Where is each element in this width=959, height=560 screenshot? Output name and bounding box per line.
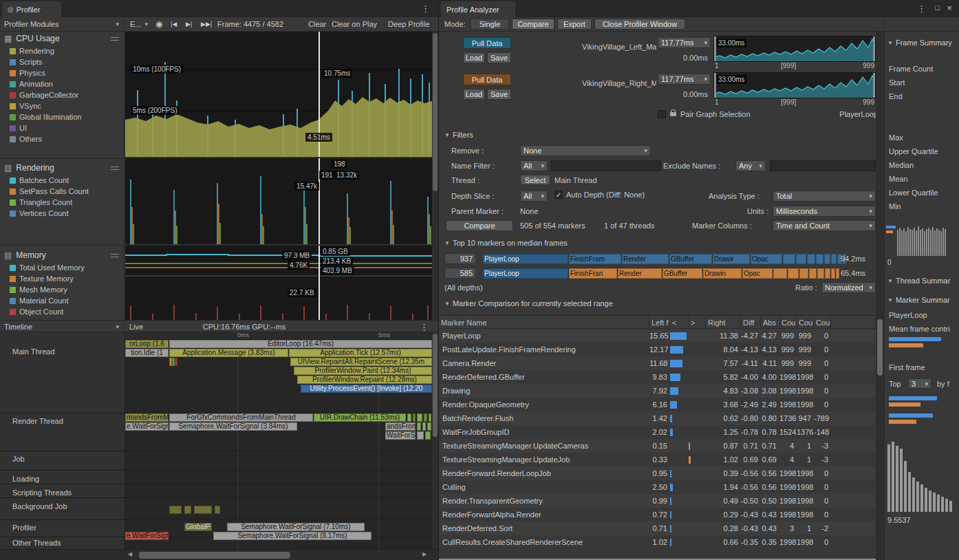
timeline-content[interactable]: 0ms 5ms orLoop (1.6EditorLoop (16.47ms)t… <box>125 332 432 549</box>
legend-item[interactable]: Material Count <box>0 295 125 306</box>
top10-marker-segment[interactable] <box>796 254 806 264</box>
pair-graph-selection-checkbox[interactable] <box>658 110 666 118</box>
load-left-button[interactable]: Load <box>463 52 485 63</box>
marker-name-cell[interactable]: RenderDeferred.Sort <box>439 524 649 532</box>
timeline-block[interactable]: ForGfxCommandsFromMainThread <box>169 413 313 422</box>
comparison-foldout[interactable]: ▼ Marker Comparison for currently select… <box>444 299 613 308</box>
top10-marker-segment[interactable] <box>809 268 817 279</box>
name-filter-mode-dropdown[interactable]: All <box>520 160 548 171</box>
record-button[interactable]: ◉ <box>155 17 162 31</box>
top10-marker-segment[interactable] <box>783 254 795 264</box>
marker-name-cell[interactable]: TextureStreamingManager.UpdateCameras <box>439 442 649 450</box>
deep-profile-button[interactable]: Deep Profile <box>388 17 430 31</box>
timeline-block[interactable]: Semaphore.WaitForSignal (3.84ms) <box>169 422 297 431</box>
scroll-left-icon[interactable]: ◀ <box>128 551 132 557</box>
top10-marker-segment[interactable] <box>831 268 835 279</box>
filters-foldout[interactable]: ▼ Filters <box>444 131 473 139</box>
comparison-table-row[interactable]: Render.TransparentGeometry 0.99 0.49 -0.… <box>439 494 876 508</box>
mode-single-button[interactable]: Single <box>471 19 509 30</box>
timeline-block[interactable]: andsFrom <box>385 422 416 431</box>
legend-item[interactable]: Physics <box>0 67 125 78</box>
timeline-track-label[interactable]: Render Thread <box>12 417 63 425</box>
timeline-block[interactable] <box>417 413 422 422</box>
compare-button[interactable]: Compare <box>446 220 513 231</box>
first-frame-button[interactable]: |◀ <box>171 17 177 31</box>
timeline-block[interactable]: mandsFromM <box>125 413 169 422</box>
col-count-left[interactable]: Coun <box>779 316 797 330</box>
timeline-block[interactable] <box>169 506 182 514</box>
timeline-block[interactable] <box>429 413 431 422</box>
charts-scrollbar-thumb[interactable] <box>433 33 438 191</box>
top10-marker-segment[interactable] <box>836 268 839 279</box>
clear-button[interactable]: Clear <box>308 17 326 31</box>
timeline-block[interactable]: e.WaitForSigna <box>125 422 169 431</box>
legend-item[interactable]: Batches Count <box>0 175 125 186</box>
timeline-block[interactable] <box>215 506 220 514</box>
module-memory-header[interactable]: ▤ Memory <box>0 248 125 262</box>
timeline-track-label[interactable]: Other Threads <box>12 539 61 547</box>
timeline-block[interactable]: Utility.ProcessEvent() [Invoke] (12.20 <box>301 385 432 393</box>
frame-duration-histogram[interactable] <box>897 224 958 256</box>
marker-name-cell[interactable]: RenderForwardAlpha.Render <box>439 510 649 519</box>
timeline-track-label[interactable]: Scripting Threads <box>12 488 72 497</box>
top10-marker-segment[interactable]: GBuffer <box>669 254 712 264</box>
timeline-block[interactable] <box>413 413 416 422</box>
live-toggle[interactable]: Live <box>129 321 143 332</box>
marker-name-cell[interactable]: BatchRenderer.Flush <box>439 414 649 422</box>
clear-on-play-button[interactable]: Clear on Play <box>332 17 377 31</box>
timeline-track-label[interactable]: Background Job <box>12 502 67 510</box>
legend-item[interactable]: Global Illumination <box>0 111 125 122</box>
marker-name-cell[interactable]: PlayerLoop <box>439 332 649 340</box>
current-frame-button[interactable]: ▶▶| <box>201 17 212 31</box>
charts-scrollbar[interactable] <box>432 32 438 320</box>
ratio-dropdown[interactable]: Normalized <box>821 282 876 293</box>
timeline-block[interactable] <box>175 358 177 366</box>
timeline-track-label[interactable]: Job <box>12 455 25 463</box>
marker-name-cell[interactable]: Culling <box>439 483 649 491</box>
marker-name-cell[interactable]: CullResults.CreateSharedRendererScene <box>439 538 649 546</box>
rendering-chart[interactable]: 198 191 13.32k 15.47k <box>125 158 432 244</box>
save-left-button[interactable]: Save <box>487 52 511 63</box>
col-count-diff[interactable]: Coun <box>814 316 831 330</box>
name-filter-input[interactable] <box>550 160 661 171</box>
next-frame-button[interactable]: ▶| <box>186 17 192 31</box>
marker-name-cell[interactable]: TextureStreamingManager.UpdateJob <box>439 455 649 464</box>
top10-marker-segment[interactable]: GBuffer <box>662 268 702 279</box>
timeline-ruler[interactable]: 0ms 5ms <box>125 332 432 340</box>
dataset-right-frame-graph[interactable]: 33.00ms <box>713 72 876 98</box>
legend-item[interactable]: Object Count <box>0 306 125 317</box>
timeline-block[interactable]: GlobalP <box>184 523 212 531</box>
module-rendering-header[interactable]: ▧ Rendering <box>0 161 125 175</box>
top10-marker-segment[interactable] <box>824 254 830 264</box>
range-handle-left[interactable] <box>714 36 716 62</box>
comparison-table-row[interactable]: TextureStreamingManager.UpdateJob 0.33 1… <box>439 453 876 466</box>
timeline-block[interactable]: UIR.DrawChain (11.53ms) <box>314 413 406 422</box>
dataset-left-range[interactable]: 1 [999] 999 <box>713 62 876 70</box>
load-right-button[interactable]: Load <box>463 89 485 100</box>
legend-item[interactable]: Triangles Count <box>0 197 125 208</box>
timeline-track-label[interactable]: Loading <box>12 475 39 483</box>
marker-name-cell[interactable]: Camera.Render <box>439 359 649 367</box>
col-left[interactable]: Left f <box>649 316 670 330</box>
top-n-dropdown[interactable]: 3 <box>908 378 931 389</box>
legend-item[interactable]: Vertices Count <box>0 208 125 219</box>
marker-name-cell[interactable]: Render.OpaqueGeometry <box>439 400 649 409</box>
exclude-names-input[interactable] <box>770 160 876 171</box>
auto-depth-checkbox[interactable] <box>554 191 563 199</box>
comparison-table-row[interactable]: CullResults.CreateSharedRendererScene 1.… <box>439 535 876 549</box>
drag-handle-icon[interactable] <box>111 37 119 41</box>
save-right-button[interactable]: Save <box>487 89 511 100</box>
pull-data-left-button[interactable]: Pull Data <box>463 37 511 49</box>
median-frame-left[interactable]: 937 <box>444 253 476 264</box>
top10-marker-segment[interactable] <box>788 268 799 279</box>
comparison-table-row[interactable]: RenderForward.RenderLoopJob 0.95 0.39 -0… <box>439 466 876 480</box>
timeline-block[interactable] <box>407 413 411 422</box>
timeline-track-label[interactable]: Main Thread <box>12 347 55 356</box>
close-profiler-window-button[interactable]: Close Profiler Window <box>594 19 685 30</box>
timeline-block[interactable] <box>422 422 426 431</box>
tab-profiler[interactable]: ◎ Profiler <box>2 1 61 17</box>
top10-marker-segment[interactable]: FinishFram <box>569 254 621 264</box>
legend-item[interactable]: Scripts <box>0 56 125 67</box>
analyzer-menu-icon[interactable]: ⋮ <box>917 3 926 14</box>
mode-compare-button[interactable]: Compare <box>512 19 554 30</box>
